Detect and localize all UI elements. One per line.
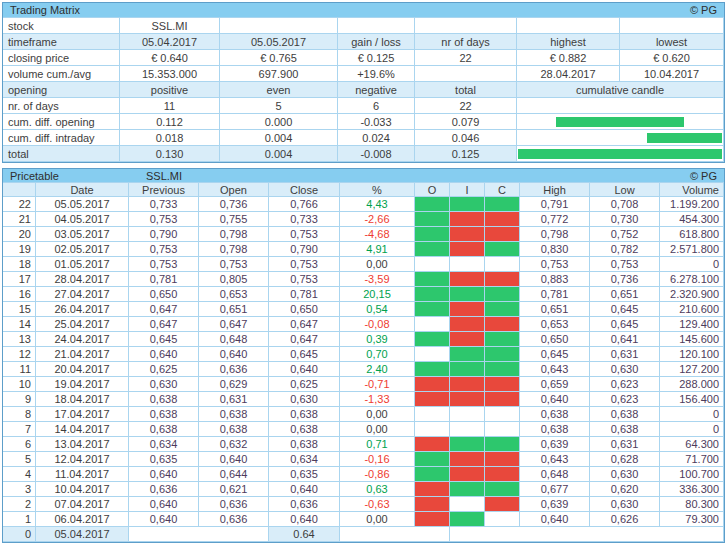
matrix-value-cell: 15.353.000 xyxy=(120,66,220,82)
cumulative-candle-bar-cell xyxy=(517,130,724,146)
previous-cell: 0,640 xyxy=(129,512,199,527)
low-cell: 0,645 xyxy=(590,302,660,317)
o-signal-cell xyxy=(415,212,450,227)
open-cell: 0,653 xyxy=(199,287,269,302)
empty-cell xyxy=(129,527,269,542)
row-number-cell: 2 xyxy=(3,497,36,512)
date-cell: 17.04.2017 xyxy=(36,407,129,422)
price-column-header: % xyxy=(340,183,415,197)
matrix-value-cell xyxy=(415,66,517,82)
open-cell: 0,736 xyxy=(199,197,269,212)
previous-cell: 0,640 xyxy=(129,497,199,512)
date-cell: 02.05.2017 xyxy=(36,242,129,257)
c-signal-cell xyxy=(485,512,520,527)
negative-header: negative xyxy=(338,82,415,98)
price-column-header: O xyxy=(415,183,450,197)
close-cell: 0,640 xyxy=(269,512,340,527)
timeframe-end-cell: 05.05.2017 xyxy=(220,34,338,50)
volume-cell: 64.300 xyxy=(660,437,724,452)
price-column-header: High xyxy=(520,183,590,197)
i-signal-cell xyxy=(450,482,485,497)
empty-cell xyxy=(450,527,724,542)
c-signal-cell xyxy=(485,347,520,362)
cumulative-candle-header: cumulative candle xyxy=(517,82,724,98)
close-cell: 0,640 xyxy=(269,362,340,377)
matrix-value-cell: -0.008 xyxy=(338,146,415,162)
date-cell: 10.04.2017 xyxy=(36,482,129,497)
row-number-cell: 3 xyxy=(3,482,36,497)
i-signal-cell xyxy=(450,317,485,332)
close-cell: 0.64 xyxy=(269,527,340,542)
row-number-cell: 12 xyxy=(3,347,36,362)
matrix-row-label: total xyxy=(3,146,120,162)
volume-cell: 2.571.800 xyxy=(660,242,724,257)
high-cell: 0,791 xyxy=(520,197,590,212)
matrix-value-cell: € 0.882 xyxy=(517,50,620,66)
previous-cell: 0,636 xyxy=(129,482,199,497)
matrix-row-label: nr. of days xyxy=(3,98,120,114)
pricetable-title: Pricetable xyxy=(10,170,59,182)
pct-cell: -2,66 xyxy=(340,212,415,227)
matrix-value-cell xyxy=(620,18,724,34)
low-cell: 0,736 xyxy=(590,272,660,287)
i-signal-cell xyxy=(450,287,485,302)
trading-matrix-table: Trading Matrix © PG stockSSL.MItimeframe… xyxy=(2,2,725,163)
pct-cell: -3,59 xyxy=(340,272,415,287)
pricetable-table: Pricetable SSL.MI © PG DatePreviousOpenC… xyxy=(2,168,725,543)
previous-cell: 0,630 xyxy=(129,377,199,392)
volume-cell: 210.600 xyxy=(660,302,724,317)
low-cell: 0,630 xyxy=(590,467,660,482)
pct-cell: 4,91 xyxy=(340,242,415,257)
low-cell: 0,645 xyxy=(590,317,660,332)
low-cell: 0,631 xyxy=(590,437,660,452)
pct-cell: 0,39 xyxy=(340,332,415,347)
row-number-cell: 0 xyxy=(3,527,36,542)
c-signal-cell xyxy=(485,362,520,377)
pct-cell: 0,54 xyxy=(340,302,415,317)
volume-cell: 129.400 xyxy=(660,317,724,332)
c-signal-cell xyxy=(485,287,520,302)
trading-matrix-title: Trading Matrix xyxy=(10,4,80,16)
o-signal-cell xyxy=(415,332,450,347)
o-signal-cell xyxy=(415,197,450,212)
i-signal-cell xyxy=(450,452,485,467)
low-cell: 0,638 xyxy=(590,407,660,422)
low-cell: 0,651 xyxy=(590,287,660,302)
matrix-value-cell: 0.018 xyxy=(120,130,220,146)
i-signal-cell xyxy=(450,407,485,422)
open-cell: 0,798 xyxy=(199,227,269,242)
low-cell: 0,782 xyxy=(590,242,660,257)
pct-cell: -0,71 xyxy=(340,377,415,392)
volume-cell: 618.800 xyxy=(660,227,724,242)
c-signal-cell xyxy=(485,482,520,497)
open-cell: 0,632 xyxy=(199,437,269,452)
date-cell: 27.04.2017 xyxy=(36,287,129,302)
matrix-row-label: stock xyxy=(3,18,120,34)
volume-cell: 127.200 xyxy=(660,362,724,377)
high-cell: 0,753 xyxy=(520,257,590,272)
volume-cell: 145.600 xyxy=(660,332,724,347)
open-cell: 0,640 xyxy=(199,452,269,467)
cumulative-candle-bar-cell xyxy=(517,114,724,130)
low-cell: 0,620 xyxy=(590,482,660,497)
o-signal-cell xyxy=(415,452,450,467)
pct-cell: -4,68 xyxy=(340,227,415,242)
i-signal-cell xyxy=(450,437,485,452)
low-cell: 0,631 xyxy=(590,347,660,362)
low-cell: 0,628 xyxy=(590,452,660,467)
close-cell: 0,650 xyxy=(269,302,340,317)
matrix-value-cell: 10.04.2017 xyxy=(620,66,724,82)
o-signal-cell xyxy=(415,317,450,332)
matrix-value-cell xyxy=(415,18,517,34)
i-signal-cell xyxy=(450,362,485,377)
o-signal-cell xyxy=(415,302,450,317)
row-number-cell: 18 xyxy=(3,257,36,272)
volume-cell: 2.320.900 xyxy=(660,287,724,302)
date-cell: 21.04.2017 xyxy=(36,347,129,362)
cumulative-candle-bar-cell xyxy=(517,146,724,162)
close-cell: 0,647 xyxy=(269,332,340,347)
low-cell: 0,630 xyxy=(590,497,660,512)
close-cell: 0,636 xyxy=(269,497,340,512)
row-number-cell: 16 xyxy=(3,287,36,302)
matrix-value-cell: € 0.765 xyxy=(220,50,338,66)
